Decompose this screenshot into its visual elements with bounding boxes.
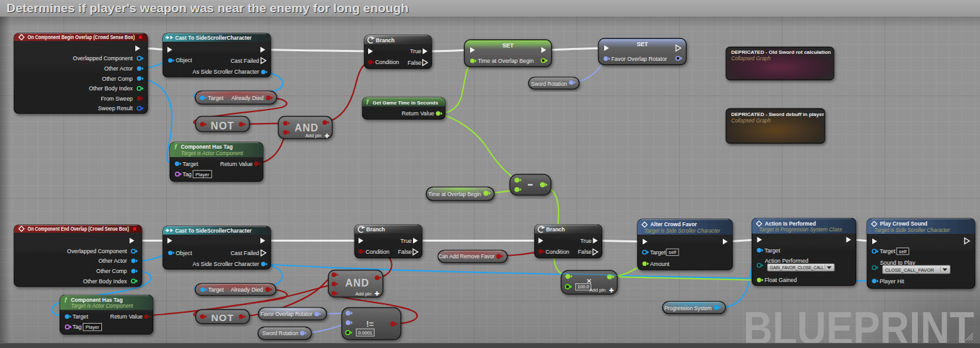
svg-text:Player: Player: [85, 324, 99, 330]
svg-text:Condition: Condition: [375, 59, 399, 65]
svg-text:Sword Rotation: Sword Rotation: [531, 81, 567, 87]
svg-text:Tag: Tag: [183, 171, 192, 178]
svg-text:SET: SET: [637, 41, 648, 47]
svg-text:Can Add Remove Favor: Can Add Remove Favor: [439, 254, 495, 260]
svg-text:Target is Actor Component: Target is Actor Component: [181, 151, 244, 156]
svg-text:BLUEPRINT: BLUEPRINT: [743, 302, 974, 348]
svg-text:Return Value: Return Value: [110, 313, 143, 320]
svg-text:Cast Failed: Cast Failed: [231, 58, 260, 64]
svg-text:Component Has Tag: Component Has Tag: [71, 297, 123, 303]
svg-text:Float Gained: Float Gained: [765, 277, 797, 283]
svg-text:Target: Target: [650, 249, 666, 256]
svg-text:Other Actor: Other Actor: [105, 65, 133, 72]
svg-text:Return Value: Return Value: [401, 110, 434, 117]
svg-text:DEPRICATED - Old Sword rot c: DEPRICATED - Old Sword rot calculation: [731, 49, 831, 55]
svg-text:Already Died: Already Died: [232, 95, 264, 101]
svg-text:Favor Overlap Rotator: Favor Overlap Rotator: [260, 311, 312, 317]
svg-text:100.0: 100.0: [578, 284, 589, 290]
svg-text:Cast To SideScrollerCharacter: Cast To SideScrollerCharacter: [175, 35, 252, 41]
svg-text:Condition: Condition: [366, 249, 389, 255]
svg-text:Return Value: Return Value: [220, 161, 253, 167]
svg-text:Branch: Branch: [376, 37, 394, 44]
svg-text:DEPRICATED - Sword debuff in p: DEPRICATED - Sword debuff in player: [731, 112, 824, 117]
svg-text:Cast To SideScrollerCharacter: Cast To SideScrollerCharacter: [175, 228, 252, 234]
svg-text:Other Comp: Other Comp: [96, 268, 127, 274]
svg-text:Collapsed Graph: Collapsed Graph: [731, 118, 771, 124]
svg-text:On Component Begin Overlap (Cr: On Component Begin Overlap (Crowd Sense …: [28, 35, 135, 40]
svg-text:Target: Target: [72, 313, 89, 320]
svg-text:Favor Overlap Rotator: Favor Overlap Rotator: [611, 56, 667, 62]
svg-text:Alter Crowd Favor: Alter Crowd Favor: [650, 221, 697, 228]
svg-text:NOT: NOT: [211, 312, 234, 323]
svg-text:GAIN_FAVOR_CLOSE_CALL: GAIN_FAVOR_CLOSE_CALL: [770, 265, 824, 270]
svg-text:As Side Scroller Character: As Side Scroller Character: [192, 261, 259, 267]
svg-text:Already Died: Already Died: [231, 286, 263, 293]
svg-text:SET: SET: [502, 42, 514, 49]
svg-text:0.0001: 0.0001: [359, 330, 373, 336]
svg-text:Sweep Result: Sweep Result: [98, 105, 133, 112]
svg-text:Tag: Tag: [72, 324, 81, 330]
svg-text:Component Has Tag: Component Has Tag: [181, 144, 233, 150]
svg-text:Branch: Branch: [546, 226, 565, 233]
svg-text:Play Crowd Sound: Play Crowd Sound: [880, 220, 927, 227]
svg-text:Action Performed: Action Performed: [765, 258, 809, 264]
svg-text:Determines if player's weapon: Determines if player's weapon was near t…: [6, 2, 409, 15]
svg-text:NOT: NOT: [211, 120, 235, 131]
svg-text:True: True: [400, 238, 412, 244]
svg-text:Condition: Condition: [546, 249, 570, 255]
svg-text:Sound to Play: Sound to Play: [880, 260, 915, 266]
svg-text:Target: Target: [208, 286, 224, 293]
svg-text:Sword Rotation: Sword Rotation: [262, 331, 298, 336]
svg-text:False: False: [407, 60, 421, 66]
svg-text:self: self: [899, 249, 908, 254]
svg-text:Add pin: Add pin: [589, 287, 605, 293]
svg-text:Target is Side Scroller Charac: Target is Side Scroller Character: [874, 228, 950, 233]
svg-text:✚: ✚: [325, 133, 330, 139]
svg-text:True: True: [410, 48, 421, 54]
svg-text:From Sweep: From Sweep: [101, 95, 133, 102]
svg-text:Target is Progression System C: Target is Progression System Class: [759, 227, 842, 233]
svg-text:✚: ✚: [609, 287, 614, 294]
svg-text:Target: Target: [208, 95, 224, 101]
svg-text:Action Is Performed: Action Is Performed: [765, 220, 816, 227]
svg-text:Other Body Index: Other Body Index: [83, 278, 128, 285]
svg-text:On Component End Overlap (Crow: On Component End Overlap (Crowd Sense Bo…: [28, 226, 129, 232]
svg-text:Overlapped Component: Overlapped Component: [67, 248, 128, 254]
svg-text:Player Hit: Player Hit: [880, 278, 905, 285]
svg-text:Time at Overlap Begin: Time at Overlap Begin: [428, 191, 482, 197]
svg-text:True: True: [580, 238, 592, 244]
svg-text:Other Comp: Other Comp: [102, 76, 133, 82]
svg-text:!=: !=: [366, 319, 374, 329]
svg-text:Player: Player: [196, 172, 210, 178]
svg-text:Collapsed Graph: Collapsed Graph: [731, 56, 771, 62]
svg-text:Target is Side Scroller Charac: Target is Side Scroller Character: [645, 228, 720, 234]
svg-text:Target: Target: [183, 161, 199, 167]
svg-text:✕: ✕: [586, 278, 591, 285]
svg-text:As Side Scroller Character: As Side Scroller Character: [192, 69, 259, 75]
svg-text:Time at Overlap Begin: Time at Overlap Begin: [478, 58, 534, 64]
svg-text:Other Actor: Other Actor: [99, 258, 128, 264]
svg-text:self: self: [669, 249, 677, 255]
svg-text:Object: Object: [176, 250, 192, 256]
svg-text:Target is Actor Component: Target is Actor Component: [71, 303, 134, 309]
svg-text:Progression System: Progression System: [664, 305, 712, 311]
svg-text:Other Body Index: Other Body Index: [89, 85, 133, 92]
svg-text:Get Game Time in Seconds: Get Game Time in Seconds: [373, 100, 439, 106]
svg-text:AND: AND: [345, 278, 369, 288]
svg-text:Object: Object: [176, 57, 192, 63]
svg-text:AND: AND: [294, 122, 319, 133]
svg-text:False: False: [398, 249, 412, 255]
svg-text:False: False: [578, 249, 592, 255]
svg-text:Amount: Amount: [650, 261, 670, 267]
svg-text:Add pin: Add pin: [355, 291, 371, 297]
svg-text:Target: Target: [765, 247, 781, 254]
svg-text:✚: ✚: [375, 290, 380, 297]
svg-text:CLOSE_CALL_FAVOR: CLOSE_CALL_FAVOR: [885, 267, 934, 273]
svg-text:Target: Target: [880, 248, 896, 254]
svg-text:Overlapped Component: Overlapped Component: [73, 55, 133, 62]
svg-text:Add pin: Add pin: [305, 133, 321, 138]
svg-text:Cast Failed: Cast Failed: [231, 250, 260, 256]
svg-text:Branch: Branch: [366, 226, 385, 233]
